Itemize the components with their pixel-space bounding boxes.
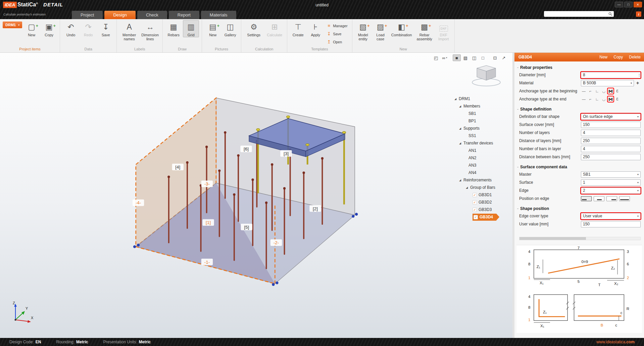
grid-button[interactable]: ▥ Grid: [183, 20, 199, 37]
tree-item-ss1[interactable]: SS1: [454, 132, 510, 139]
new-project-item-button[interactable]: ▢+ New: [23, 20, 40, 37]
position-begin-icon[interactable]: [581, 196, 592, 201]
tree-item-gb3d1[interactable]: ✓ GB3D1: [454, 191, 510, 199]
info-button[interactable]: i: [636, 11, 641, 17]
bar-shape-select[interactable]: On surface edge ▾: [581, 114, 641, 120]
anchorage-straight-icon[interactable]: —: [581, 89, 587, 93]
anchorage-straight-icon[interactable]: —: [581, 97, 587, 101]
anchorage-continuous-icon[interactable]: Ɛ: [614, 89, 620, 93]
zoom-fit-button[interactable]: ⊡: [491, 54, 499, 61]
copy-project-item-button[interactable]: ▣+ Copy: [41, 20, 57, 37]
combination-button[interactable]: ◧+ Combination: [390, 20, 413, 37]
anchorage-plate-icon-selected[interactable]: ⋈: [608, 88, 613, 94]
tab-design[interactable]: Design: [104, 11, 135, 19]
create-template-button[interactable]: ⊤ Create: [290, 20, 306, 37]
rebar-assembly-button[interactable]: ▩+ Rebar assembly: [415, 20, 434, 41]
anchorage-plate-icon-selected[interactable]: ⋈: [608, 96, 613, 102]
copy-group-button[interactable]: Copy: [613, 55, 623, 59]
search-box[interactable]: [544, 11, 614, 17]
visibility-checkbox[interactable]: ✓: [473, 200, 477, 205]
anchorage-hook-icon[interactable]: ⌐: [588, 89, 593, 93]
anchorage-bend-icon[interactable]: ∟: [594, 97, 600, 101]
new-group-button[interactable]: New: [599, 55, 607, 59]
view-wireframe-button[interactable]: □: [479, 54, 487, 61]
tree-item-gb3d4-selected[interactable]: ✓ GB3D4: [454, 213, 510, 221]
tree-node-members[interactable]: ◢ Members: [454, 102, 510, 110]
anchorage-loop-icon[interactable]: ◡: [601, 89, 607, 93]
settings-button[interactable]: ⚙ Settings: [244, 20, 263, 37]
position-end-icon[interactable]: [606, 196, 617, 201]
tree-expand-icon[interactable]: ◢: [459, 105, 463, 108]
tree-item-an2[interactable]: AN2: [454, 154, 510, 162]
tree-node-transfer-devices[interactable]: ◢ Transfer devices: [454, 139, 510, 147]
anchorage-bend-icon[interactable]: ∟: [594, 89, 600, 93]
drm1-dropdown-button[interactable]: DRM1▾: [3, 21, 22, 28]
position-distributed-icon[interactable]: [619, 196, 630, 201]
tree-item-an3[interactable]: AN3: [454, 162, 510, 169]
template-manager-button[interactable]: ≡ Manager: [325, 22, 349, 30]
visibility-checkbox[interactable]: ✓: [474, 215, 478, 219]
number-of-layers-input[interactable]: 4: [581, 130, 641, 136]
tree-node-supports[interactable]: ◢ Supports: [454, 125, 510, 132]
view-hidden-lines-button[interactable]: ◫: [470, 54, 478, 61]
tree-item-an1[interactable]: AN1: [454, 147, 510, 154]
rebars-button[interactable]: ▦ Rebars: [165, 20, 182, 37]
master-select[interactable]: SB1 ▾: [581, 171, 641, 178]
anchorage-hook-icon[interactable]: ⌐: [588, 97, 593, 101]
tree-node-group-of-bars[interactable]: ◢ Group of Bars: [454, 184, 510, 191]
diameter-input[interactable]: 8 ▴▾: [581, 72, 641, 78]
horizontal-scrollbar[interactable]: [519, 237, 641, 240]
template-open-button[interactable]: ↥ Open: [325, 38, 349, 46]
edge-select[interactable]: 2 ▾: [581, 187, 641, 194]
tab-materials[interactable]: Materials: [201, 11, 236, 19]
tree-expand-icon[interactable]: ◢: [466, 186, 470, 189]
tree-node-drm1[interactable]: ◢ DRM1: [454, 95, 510, 102]
link-views-button[interactable]: ∞▾: [441, 54, 449, 61]
anchorage-continuous-icon[interactable]: Ɛ: [614, 97, 620, 101]
undo-button[interactable]: ↶ Undo: [63, 20, 79, 37]
search-input[interactable]: [544, 12, 608, 16]
new-picture-button[interactable]: ▤+ New: [205, 20, 221, 37]
fullscreen-button[interactable]: ↗: [500, 54, 508, 61]
tree-node-reinforcements[interactable]: ◢ Reinforcements: [454, 176, 510, 184]
position-center-icon[interactable]: [594, 196, 604, 201]
tab-project[interactable]: Project: [72, 11, 103, 19]
tree-item-gb3d2[interactable]: ✓ GB3D2: [454, 199, 510, 206]
spinner-arrows-icon[interactable]: ▴▾: [639, 73, 640, 77]
minimize-button[interactable]: —: [615, 2, 623, 7]
model-entity-button[interactable]: ▧+ Model entity: [355, 20, 371, 41]
close-button[interactable]: ×: [634, 2, 642, 7]
save-button[interactable]: ↧ Save: [98, 20, 114, 37]
distance-of-layers-input[interactable]: 250: [581, 138, 641, 144]
tree-expand-icon[interactable]: ◢: [459, 142, 463, 145]
dimension-lines-button[interactable]: ↔ Dimension lines: [140, 20, 160, 41]
add-material-button[interactable]: +: [635, 80, 640, 86]
surface-select[interactable]: 1 ▾: [581, 179, 641, 186]
tree-item-sb1[interactable]: SB1: [454, 110, 510, 117]
delete-group-button[interactable]: Delete: [629, 55, 641, 59]
tab-check[interactable]: Check: [137, 11, 167, 19]
load-case-button[interactable]: ▨+ Load case: [373, 20, 389, 41]
website-link[interactable]: www.ideastatica.com: [596, 340, 635, 344]
visibility-checkbox[interactable]: ✓: [473, 193, 477, 197]
anchorage-loop-icon[interactable]: ◡: [601, 97, 607, 101]
surface-cover-input[interactable]: 150: [581, 122, 641, 128]
section-crop-button[interactable]: ◰: [432, 54, 440, 61]
tree-expand-icon[interactable]: ◢: [454, 97, 459, 100]
user-value-input[interactable]: 150: [581, 221, 641, 227]
tab-report[interactable]: Report: [169, 11, 199, 19]
navigation-cube[interactable]: [470, 61, 502, 88]
view-shaded-button[interactable]: ▧: [461, 54, 469, 61]
material-select[interactable]: B 500B ▾: [581, 80, 634, 86]
viewport-3d[interactable]: [4] [6] [3] [2] [1] [5] -3- -4- -2- -1- …: [0, 53, 512, 338]
view-solid-button[interactable]: ■: [453, 54, 461, 61]
tree-expand-icon[interactable]: ◢: [459, 127, 463, 130]
tree-item-an4[interactable]: AN4: [454, 169, 510, 176]
apply-template-button[interactable]: ⊦ Apply: [307, 20, 324, 37]
tree-item-bp1[interactable]: BP1: [454, 117, 510, 125]
scrollbar-thumb[interactable]: [519, 237, 586, 240]
distance-between-bars-input[interactable]: 250: [581, 154, 641, 160]
bars-in-layer-input[interactable]: 4: [581, 146, 641, 152]
tree-expand-icon[interactable]: ◢: [459, 179, 463, 182]
edge-cover-type-select[interactable]: User value ▾: [581, 213, 641, 219]
